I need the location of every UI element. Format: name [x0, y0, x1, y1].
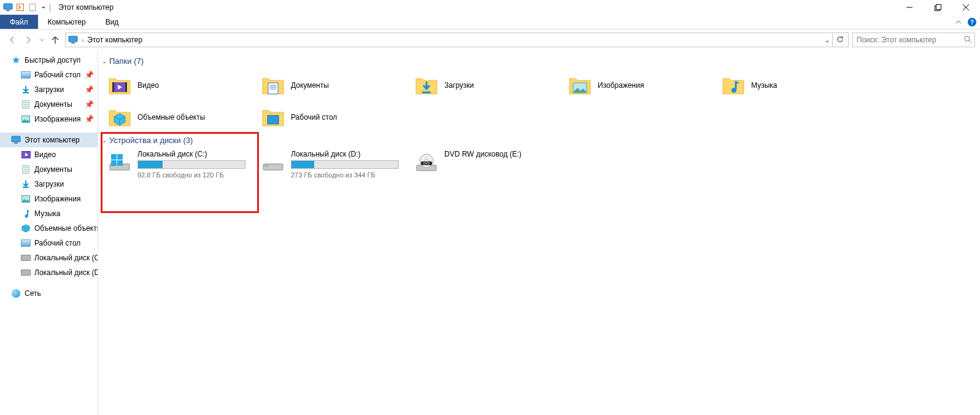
drive-item-dvd[interactable]: DVD DVD RW дисковод (E:) [409, 149, 562, 183]
search-input[interactable] [853, 36, 974, 44]
sidebar-item-label: Этот компьютер [25, 136, 80, 144]
sidebar-item-label: Загрузки [34, 180, 64, 188]
breadcrumb-sep-icon[interactable]: › [82, 37, 83, 44]
svg-rect-21 [14, 142, 18, 144]
tab-view[interactable]: Вид [96, 15, 129, 29]
svg-line-12 [969, 41, 971, 43]
folder-pictures-icon [568, 74, 592, 97]
qat-dropdown-icon[interactable] [39, 2, 45, 13]
nav-forward-button[interactable] [22, 34, 34, 46]
video-icon [21, 150, 31, 160]
pictures-icon [21, 114, 31, 124]
sidebar-documents[interactable]: Документы 📌 [0, 97, 98, 112]
downloads-icon [21, 179, 31, 189]
group-header-folders[interactable]: ⌄ Папки (7) [102, 54, 974, 69]
svg-point-19 [23, 117, 25, 119]
search-box[interactable] [852, 33, 975, 47]
address-pc-icon [67, 36, 79, 44]
help-icon[interactable]: ? [968, 18, 976, 26]
breadcrumb-location[interactable]: Этот компьютер [86, 36, 144, 44]
sidebar-downloads-2[interactable]: Загрузки [0, 177, 98, 192]
folder-item-music[interactable]: Музыка [716, 69, 869, 101]
svg-rect-34 [268, 83, 278, 94]
folder-item-video[interactable]: Видео [102, 69, 255, 101]
address-bar[interactable]: › Этот компьютер ⌄ [65, 33, 849, 47]
group-title: Устройства и диски (3) [109, 136, 193, 145]
svg-rect-1 [6, 10, 10, 11]
sidebar-item-label: Рабочий стол [34, 239, 80, 247]
sidebar-pictures-2[interactable]: Изображения [0, 192, 98, 206]
pin-icon: 📌 [85, 71, 94, 79]
tab-file[interactable]: Файл [0, 15, 38, 29]
downloads-icon [21, 85, 31, 95]
qat-properties-icon[interactable] [15, 2, 26, 13]
window-title: Этот компьютер [58, 3, 114, 12]
folder-item-downloads[interactable]: Загрузки [409, 69, 562, 101]
sidebar-item-label: Рабочий стол [34, 71, 80, 79]
svg-rect-49 [263, 164, 283, 170]
ribbon: Файл Компьютер Вид ? [0, 15, 980, 29]
sidebar-desktop-2[interactable]: Рабочий стол [0, 236, 98, 250]
sidebar-documents-2[interactable]: Документы [0, 162, 98, 177]
svg-rect-50 [264, 165, 268, 166]
sidebar-music[interactable]: Музыка [0, 206, 98, 221]
sidebar-3d-objects[interactable]: Объемные объекты [0, 221, 98, 236]
svg-rect-48 [117, 160, 123, 166]
drive-c-icon [108, 151, 131, 174]
svg-point-30 [25, 215, 28, 218]
close-button[interactable] [952, 0, 980, 15]
nav-back-button[interactable] [6, 34, 18, 46]
desktop-icon [21, 238, 31, 248]
documents-icon [21, 99, 31, 109]
refresh-button[interactable] [833, 35, 847, 45]
sidebar-downloads[interactable]: Загрузки 📌 [0, 82, 98, 97]
sidebar-pictures[interactable]: Изображения 📌 [0, 112, 98, 126]
folder-item-3d-objects[interactable]: Объемные объекты [102, 101, 255, 133]
sidebar-network[interactable]: Сеть [0, 286, 98, 301]
svg-rect-3 [29, 4, 36, 11]
folder-desktop-icon [261, 106, 285, 129]
pin-icon: 📌 [85, 100, 94, 109]
group-header-drives[interactable]: ⌄ Устройства и диски (3) [102, 133, 974, 149]
minimize-button[interactable] [895, 0, 924, 15]
folder-label: Рабочий стол [291, 113, 337, 122]
svg-point-29 [23, 197, 25, 199]
sidebar-quick-access[interactable]: Быстрый доступ [0, 53, 98, 68]
svg-point-11 [965, 36, 970, 41]
drive-item-c[interactable]: Локальный диск (C:) 92,8 ГБ свободно из … [102, 149, 255, 183]
music-icon [21, 209, 31, 219]
drive-label: Локальный диск (C:) [137, 150, 245, 158]
drive-item-d[interactable]: Локальный диск (D:) 273 ГБ свободно из 3… [255, 149, 409, 183]
sidebar-desktop[interactable]: Рабочий стол 📌 [0, 68, 98, 82]
folder-label: Изображения [598, 81, 644, 90]
folder-item-documents[interactable]: Документы [255, 69, 409, 101]
sidebar-d-drive[interactable]: Локальный диск (D:) [0, 265, 98, 280]
nav-up-button[interactable] [49, 34, 61, 46]
sidebar-item-label: Изображения [34, 115, 80, 123]
address-history-dropdown[interactable]: ⌄ [823, 36, 831, 44]
ribbon-collapse-icon[interactable] [955, 19, 962, 25]
network-icon [11, 289, 21, 298]
maximize-button[interactable] [924, 0, 952, 15]
drive-free-text: 273 ГБ свободно из 344 ГБ [291, 171, 399, 179]
sidebar-c-drive[interactable]: Локальный диск (C:) [0, 250, 98, 265]
folder-label: Объемные объекты [137, 113, 205, 122]
qat-blank-icon[interactable] [27, 2, 38, 13]
sidebar-item-label: Загрузки [34, 85, 64, 94]
sidebar-item-label: Быстрый доступ [25, 56, 80, 64]
drive-usage-bar [137, 160, 245, 169]
folder-item-pictures[interactable]: Изображения [562, 69, 716, 101]
drive-free-text: 92,8 ГБ свободно из 120 ГБ [137, 171, 245, 179]
drive-icon [21, 268, 31, 277]
content-pane: ⌄ Папки (7) Видео Документы Загрузки [98, 50, 980, 415]
sidebar-item-label: Музыка [34, 209, 60, 218]
drive-d-icon [261, 151, 285, 174]
drive-icon [21, 253, 31, 263]
svg-rect-46 [117, 154, 123, 160]
nav-history-dropdown[interactable] [38, 34, 45, 46]
folder-item-desktop[interactable]: Рабочий стол [255, 101, 409, 133]
tab-computer[interactable]: Компьютер [38, 15, 96, 29]
documents-icon [21, 165, 31, 174]
sidebar-video[interactable]: Видео [0, 147, 98, 162]
sidebar-this-pc[interactable]: Этот компьютер [0, 133, 98, 147]
